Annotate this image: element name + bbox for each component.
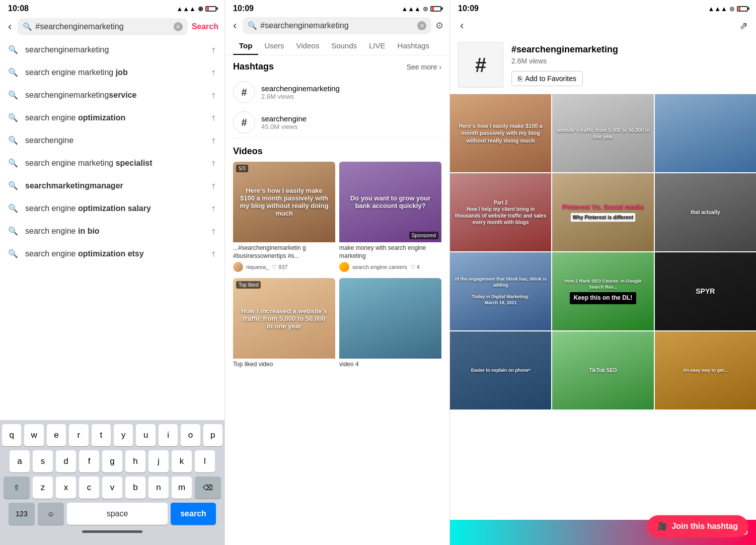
- back-button-1[interactable]: ‹: [6, 19, 14, 34]
- key-u[interactable]: u: [136, 424, 155, 446]
- key-k[interactable]: k: [172, 450, 192, 472]
- search-icon: 🔍: [8, 158, 18, 168]
- suggestion-item[interactable]: 🔍 search engine optimization salary ↗: [0, 197, 224, 220]
- video-overlay-1: Here's how I easily make $100 a month pa…: [233, 162, 335, 242]
- home-indicator-1: [2, 525, 222, 535]
- search-input-wrap-2[interactable]: 🔍 #searchenginemarketing ✕: [243, 17, 431, 34]
- key-p[interactable]: p: [203, 424, 222, 446]
- key-g[interactable]: g: [102, 450, 122, 472]
- hashtag-item-1[interactable]: # searchenginemarketing 2.6M views: [233, 77, 441, 107]
- s3-video-thumb-3[interactable]: [655, 94, 756, 172]
- video-author-row-2: search.engine.careers ♡4: [339, 262, 441, 272]
- video-thumb-3: Top liked How I increased a website's tr…: [233, 278, 335, 359]
- key-c[interactable]: c: [79, 476, 99, 499]
- key-w[interactable]: w: [24, 424, 43, 446]
- suggestion-item[interactable]: 🔍 search engine optimization ↗: [0, 106, 224, 129]
- hashtag-big-icon: #: [458, 42, 503, 88]
- suggestion-item[interactable]: 🔍 search engine optimization etsy ↗: [0, 242, 224, 265]
- key-i[interactable]: i: [159, 424, 178, 446]
- s3-video-thumb-2[interactable]: website's traffic from 5,000 to 50,000 i…: [552, 94, 653, 172]
- key-h[interactable]: h: [125, 450, 145, 472]
- video-likes-1: ♡937: [272, 264, 287, 270]
- keyboard: q w e r t y u i o p a s d f g h j k l: [0, 420, 224, 545]
- share-icon[interactable]: ⇗: [739, 20, 748, 32]
- clear-button-2[interactable]: ✕: [417, 21, 426, 30]
- filter-icon[interactable]: ⚙: [435, 20, 443, 31]
- key-j[interactable]: j: [148, 450, 169, 472]
- wifi-icon-3: ⊛: [729, 5, 735, 13]
- s3-video-thumb-10[interactable]: Easier to explain on phone*: [450, 331, 551, 410]
- back-button-3[interactable]: ‹: [458, 18, 466, 33]
- key-q[interactable]: q: [2, 424, 21, 446]
- backspace-key[interactable]: ⌫: [195, 476, 221, 499]
- search-query-1[interactable]: #searchenginemarketing: [35, 22, 170, 31]
- key-x[interactable]: x: [56, 476, 76, 499]
- tab-users[interactable]: Users: [258, 36, 290, 55]
- back-button-2[interactable]: ‹: [231, 18, 239, 33]
- suggestion-item[interactable]: 🔍 search engine in bio ↗: [0, 220, 224, 242]
- video-card-3[interactable]: Top liked How I increased a website's tr…: [233, 278, 335, 373]
- video-card-4[interactable]: video 4: [339, 278, 441, 373]
- num-key[interactable]: 123: [9, 503, 35, 525]
- search-action-btn-1[interactable]: Search: [192, 22, 218, 31]
- key-y[interactable]: y: [114, 424, 133, 446]
- status-bar-1: 10:08 ▲▲▲ ⊛: [0, 0, 224, 15]
- key-a[interactable]: a: [10, 450, 30, 472]
- key-o[interactable]: o: [181, 424, 200, 446]
- key-n[interactable]: n: [148, 476, 169, 499]
- key-t[interactable]: t: [92, 424, 111, 446]
- key-e[interactable]: e: [47, 424, 66, 446]
- s3-top-nav: ‹ ⇗: [450, 15, 756, 36]
- shift-key[interactable]: ⇧: [4, 476, 30, 499]
- s3-video-thumb-4[interactable]: Part 2How I help my client bring in thou…: [450, 173, 551, 251]
- suggestion-item[interactable]: 🔍 searchengine ↗: [0, 129, 224, 152]
- key-f[interactable]: f: [79, 450, 99, 472]
- tab-videos[interactable]: Videos: [290, 36, 326, 55]
- emoji-key[interactable]: ☺: [38, 503, 64, 525]
- video-meta-4: video 4: [339, 359, 441, 373]
- search-key[interactable]: search: [171, 503, 216, 525]
- s3-video-thumb-1[interactable]: Here's how I easily make $100 a month pa…: [450, 94, 551, 172]
- tab-hashtags[interactable]: Hashtags: [392, 36, 435, 55]
- wifi-icon-2: ⊛: [423, 5, 428, 13]
- s3-overlay-9: SPYR: [655, 252, 756, 330]
- video-card-2[interactable]: Do you want to grow your bank account qu…: [339, 162, 441, 274]
- video-card-1[interactable]: 5/3 Here's how I easily make $100 a mont…: [233, 162, 335, 274]
- key-s[interactable]: s: [33, 450, 53, 472]
- key-d[interactable]: d: [56, 450, 76, 472]
- key-l[interactable]: l: [195, 450, 215, 472]
- signal-icon-3: ▲▲▲: [708, 5, 727, 13]
- suggestion-item[interactable]: 🔍 search engine marketing job ↗: [0, 61, 224, 84]
- tab-top[interactable]: Top: [233, 36, 258, 55]
- space-key[interactable]: space: [67, 503, 168, 525]
- suggestion-item[interactable]: 🔍 search engine marketing specialist ↗: [0, 152, 224, 174]
- s3-video-thumb-12[interactable]: An easy way to get...: [655, 331, 756, 410]
- add-favorites-button[interactable]: ⎘ Add to Favorites: [511, 71, 583, 86]
- status-icons-2: ▲▲▲ ⊛: [401, 5, 441, 13]
- key-b[interactable]: b: [125, 476, 145, 499]
- clear-button-1[interactable]: ✕: [174, 22, 183, 31]
- s3-video-thumb-7[interactable]: of the engagement that tiktok has, tikto…: [450, 252, 551, 330]
- s3-video-thumb-9[interactable]: SPYR: [655, 252, 756, 330]
- hashtag-symbol-2: #: [233, 111, 255, 133]
- see-more-link[interactable]: See more ›: [407, 63, 441, 71]
- suggestion-item[interactable]: 🔍 searchenginemarketingservice ↗: [0, 84, 224, 106]
- s3-video-thumb-5[interactable]: Pinterest Vs. Social media Why Pinterest…: [552, 173, 653, 251]
- search-query-2[interactable]: #searchenginemarketing: [260, 21, 414, 30]
- s3-video-thumb-6[interactable]: that actually: [655, 173, 756, 251]
- hashtag-item-2[interactable]: # searchengine 45.0M views: [233, 107, 441, 138]
- join-hashtag-button[interactable]: 🎥 Join this hashtag: [647, 515, 748, 537]
- search-input-wrap-1[interactable]: 🔍 #searchenginemarketing ✕: [18, 18, 187, 35]
- key-z[interactable]: z: [33, 476, 53, 499]
- s3-video-thumb-8[interactable]: How 2 Rank SEO Course: in Google Search …: [552, 252, 653, 330]
- video-meta-1: ...#searchenginemarketin g #businessowne…: [233, 242, 335, 274]
- suggestion-item[interactable]: 🔍 searchenginemarketing ↗: [0, 38, 224, 61]
- s3-video-thumb-11[interactable]: TikTok SEO: [552, 331, 653, 410]
- tab-sounds[interactable]: Sounds: [325, 36, 363, 55]
- key-m[interactable]: m: [172, 476, 192, 499]
- tab-live[interactable]: LIVE: [363, 36, 392, 55]
- suggestion-item[interactable]: 🔍 searchmarketingmanager ↗: [0, 174, 224, 197]
- key-r[interactable]: r: [69, 424, 88, 446]
- key-v[interactable]: v: [102, 476, 122, 499]
- suggestion-text: search engine in bio: [25, 227, 203, 236]
